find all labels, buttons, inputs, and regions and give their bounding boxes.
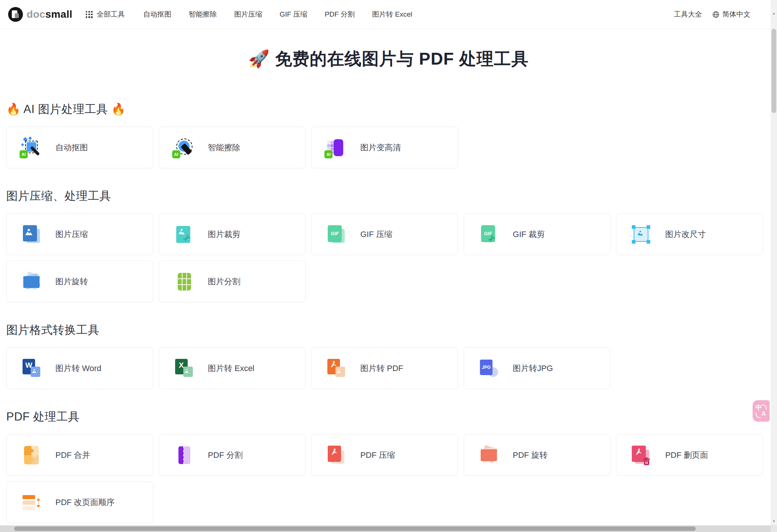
image-to-pdf-icon [326,358,347,379]
card-image-compress[interactable]: 图片压缩 [6,213,153,255]
gif-crop-icon: GIF✂ [478,224,500,245]
card-label: PDF 压缩 [360,450,395,461]
docsmall-logo[interactable]: docsmall [8,7,72,22]
card-pdf-merge[interactable]: PDF 合并 [6,434,153,476]
nav-item-pdf-split[interactable]: PDF 分割 [325,10,355,19]
language-selector[interactable]: 简体中文 [712,10,750,19]
vertical-scrollbar-thumb[interactable] [771,29,776,113]
horizontal-scrollbar[interactable] [0,525,771,532]
section-title: 图片压缩、处理工具 [6,188,763,204]
logo-text: docsmall [27,8,72,20]
card-label: PDF 删页面 [665,450,708,461]
tools-main: 🔥 AI 图片处理工具 🔥AI自动抠图AI智能擦除AI图片变高清图片压缩、处理工… [0,102,777,523]
card-smart-erase[interactable]: AI智能擦除 [159,127,306,168]
card-label: 图片分割 [208,276,241,287]
card-label: 图片转 Word [55,363,101,374]
card-label: PDF 分割 [208,450,243,461]
card-label: 图片变高清 [360,142,401,153]
page-title: 🚀 免费的在线图片与 PDF 处理工具 [0,48,777,71]
image-compress-icon [21,224,42,245]
card-label: GIF 裁剪 [513,229,545,240]
image-rotate-icon [21,271,42,292]
all-tools-label: 全部工具 [97,10,125,19]
pdf-reorder-icon [21,492,42,513]
image-split-icon [173,271,195,292]
horizontal-scrollbar-thumb[interactable] [14,526,696,531]
nav-item-image-to-excel[interactable]: 图片转 Excel [372,10,412,19]
card-image-to-jpg[interactable]: JPG图片转JPG [464,347,611,389]
tool-section: PDF 处理工具PDF 合并PDF 分割PDF 压缩PDF 旋转PDF 删页面P… [6,409,763,523]
card-label: 自动抠图 [55,142,88,153]
pdf-delete-page-icon [630,445,652,466]
card-label: PDF 改页面顺序 [55,497,115,508]
scroll-up-icon[interactable]: ▲ [771,12,777,15]
nav-item-image-compress[interactable]: 图片压缩 [234,10,262,19]
pdf-compress-icon [326,445,347,466]
card-pdf-reorder[interactable]: PDF 改页面顺序 [6,481,153,523]
auto-matting-icon: AI [21,137,42,158]
tool-section: 图片压缩、处理工具图片压缩✂图片裁剪GIFGIF 压缩GIF✂GIF 裁剪图片改… [6,188,763,302]
section-title: 图片格式转换工具 [6,322,763,338]
tool-section: 🔥 AI 图片处理工具 🔥AI自动抠图AI智能擦除AI图片变高清 [6,102,763,168]
nav-item-gif-compress[interactable]: GIF 压缩 [280,10,307,19]
card-label: 图片转 Excel [208,363,255,374]
card-pdf-split[interactable]: PDF 分割 [159,434,306,476]
language-label: 简体中文 [722,10,750,19]
image-resize-icon [630,224,652,245]
scroll-down-icon[interactable]: ▼ [771,520,777,523]
smart-erase-icon: AI [173,137,195,158]
scrollbar-corner [771,525,777,532]
card-label: 图片旋转 [55,276,88,287]
apps-grid-icon [86,11,93,18]
card-gif-crop[interactable]: GIF✂GIF 裁剪 [464,213,611,255]
card-gif-compress[interactable]: GIFGIF 压缩 [311,213,458,255]
gif-compress-icon: GIF [326,224,347,245]
card-label: 图片改尺寸 [665,229,706,240]
pdf-rotate-icon [478,445,500,466]
main-nav: 自动抠图 智能擦除 图片压缩 GIF 压缩 PDF 分割 图片转 Excel [143,10,412,19]
card-label: 图片转 PDF [360,363,403,374]
card-image-rotate[interactable]: 图片旋转 [6,261,153,302]
card-image-to-word[interactable]: W图片转 Word [6,347,153,389]
section-title: PDF 处理工具 [6,409,763,425]
card-label: 智能擦除 [208,142,241,153]
nav-item-auto-matting[interactable]: 自动抠图 [143,10,171,19]
card-image-to-pdf[interactable]: 图片转 PDF [311,347,458,389]
card-label: 图片转JPG [513,363,553,374]
section-title: 🔥 AI 图片处理工具 🔥 [6,102,763,117]
globe-icon [712,11,719,18]
tool-section: 图片格式转换工具W图片转 WordX图片转 Excel图片转 PDFJPG图片转… [6,322,763,389]
card-label: 图片裁剪 [208,229,241,240]
card-auto-matting[interactable]: AI自动抠图 [6,127,153,168]
card-label: GIF 压缩 [360,229,392,240]
card-image-crop[interactable]: ✂图片裁剪 [159,213,306,255]
vertical-scrollbar[interactable]: ▲ ▼ [771,0,777,525]
image-crop-icon: ✂ [173,224,195,245]
pdf-merge-icon [21,445,42,466]
image-to-excel-icon: X [173,358,195,379]
card-pdf-rotate[interactable]: PDF 旋转 [464,434,611,476]
image-to-jpg-icon: JPG [478,358,500,379]
card-pdf-compress[interactable]: PDF 压缩 [311,434,458,476]
image-hd-icon: AI [326,137,347,158]
pdf-split-icon [173,445,195,466]
nav-item-smart-erase[interactable]: 智能擦除 [189,10,217,19]
card-label: PDF 旋转 [513,450,548,461]
card-label: 图片压缩 [55,229,88,240]
card-image-hd[interactable]: AI图片变高清 [311,127,458,168]
top-navbar: docsmall 全部工具 自动抠图 智能擦除 图片压缩 GIF 压缩 PDF … [0,0,777,29]
card-image-resize[interactable]: 图片改尺寸 [616,213,763,255]
translate-button[interactable]: 中 A [753,400,770,422]
image-to-word-icon: W [21,358,42,379]
docsmall-logo-icon [8,7,23,22]
tools-directory-link[interactable]: 工具大全 [674,10,702,19]
card-label: PDF 合并 [55,450,90,461]
translate-icon: 中 [756,403,762,412]
card-image-split[interactable]: 图片分割 [159,261,306,302]
card-pdf-delete-page[interactable]: PDF 删页面 [616,434,763,476]
all-tools-menu[interactable]: 全部工具 [86,10,125,19]
card-image-to-excel[interactable]: X图片转 Excel [159,347,306,389]
